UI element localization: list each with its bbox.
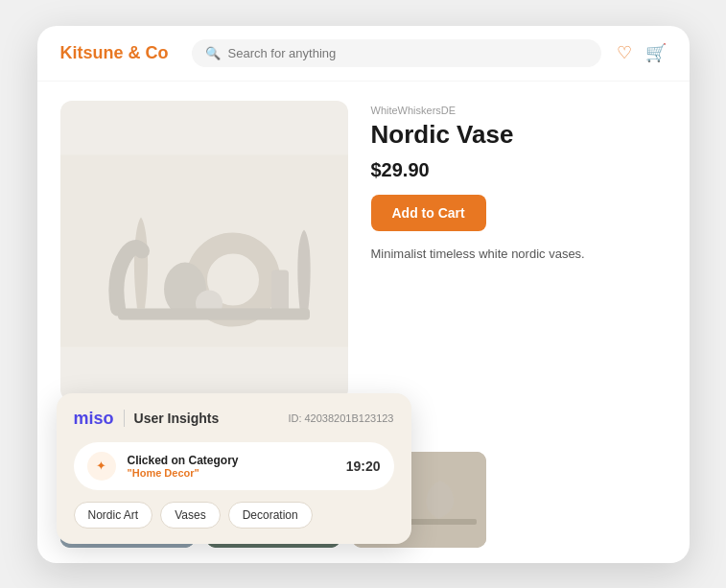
- miso-event-icon: ✦: [87, 452, 116, 481]
- add-to-cart-button[interactable]: Add to Cart: [371, 195, 486, 231]
- miso-tag-0[interactable]: Nordic Art: [74, 502, 153, 529]
- miso-card-header: miso User Insights ID: 42038201B123123: [74, 409, 394, 429]
- product-image-container: [60, 101, 348, 401]
- product-info: WhiteWhiskersDE Nordic Vase $29.90 Add t…: [371, 101, 667, 401]
- header: Kitsune & Co 🔍 ♡ 🛒: [37, 26, 690, 82]
- header-icons: ♡ 🛒: [617, 42, 667, 63]
- miso-session-id: ID: 42038201B123123: [288, 412, 393, 424]
- miso-tag-2[interactable]: Decoration: [228, 502, 313, 529]
- miso-insights-label: User Insights: [134, 411, 220, 426]
- cart-icon[interactable]: 🛒: [645, 42, 667, 63]
- product-image: [60, 101, 348, 401]
- brand-logo: Kitsune & Co: [60, 43, 169, 63]
- miso-header-divider: [124, 410, 125, 427]
- svg-rect-5: [118, 308, 310, 319]
- search-input[interactable]: [228, 46, 588, 60]
- miso-tags-container: Nordic Art Vases Decoration: [74, 502, 394, 529]
- miso-tag-1[interactable]: Vases: [160, 502, 220, 529]
- miso-event-text: Clicked on Category "Home Decor": [128, 454, 335, 479]
- product-title: Nordic Vase: [371, 120, 667, 150]
- product-area: WhiteWhiskersDE Nordic Vase $29.90 Add t…: [37, 82, 690, 420]
- miso-logo: miso: [74, 409, 114, 429]
- miso-event-row: ✦ Clicked on Category "Home Decor" 19:20: [74, 442, 394, 490]
- product-price: $29.90: [371, 159, 667, 181]
- miso-event-time: 19:20: [346, 459, 381, 474]
- miso-event-category: "Home Decor": [128, 467, 335, 479]
- search-icon: 🔍: [205, 46, 221, 60]
- search-bar[interactable]: 🔍: [192, 39, 601, 67]
- seller-name: WhiteWhiskersDE: [371, 105, 667, 116]
- miso-event-label: Clicked on Category: [128, 454, 335, 467]
- browser-card: Kitsune & Co 🔍 ♡ 🛒: [37, 26, 690, 563]
- miso-overlay-card: miso User Insights ID: 42038201B123123 ✦…: [57, 393, 411, 544]
- product-description: Minimalist timeless white nordic vases.: [371, 245, 667, 264]
- wishlist-icon[interactable]: ♡: [617, 42, 632, 63]
